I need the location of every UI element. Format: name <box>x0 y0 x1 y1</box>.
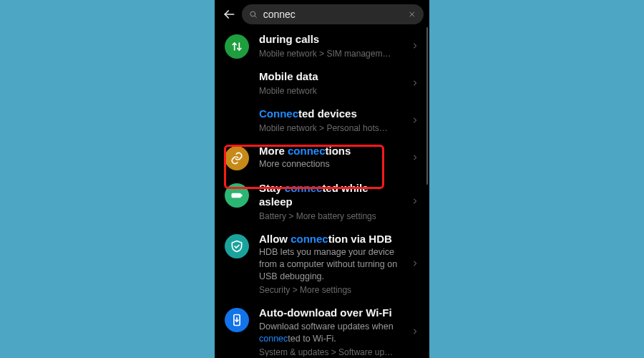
data-transfer-icon <box>225 34 249 59</box>
search-bar <box>215 0 429 27</box>
result-title: during calls <box>259 33 401 47</box>
result-allow-hdb[interactable]: Allow connection via HDBHDB lets you man… <box>215 227 429 301</box>
result-title: More connections <box>259 145 401 158</box>
back-arrow-icon <box>222 7 236 21</box>
battery-icon <box>225 183 249 208</box>
icon-column <box>223 145 250 170</box>
text-column: Auto-download over Wi-FiDownload softwar… <box>259 306 401 357</box>
result-stay-connected[interactable]: Stay connected while asleepBattery > Mor… <box>215 176 429 227</box>
result-during-calls[interactable]: during callsMobile network > SIM managem… <box>215 27 429 64</box>
result-path: Mobile network <box>259 86 401 96</box>
result-auto-download-wifi[interactable]: Auto-download over Wi-FiDownload softwar… <box>215 301 429 357</box>
result-path: Mobile network > Personal hots… <box>259 123 401 133</box>
phone-frame: during callsMobile network > SIM managem… <box>215 0 429 358</box>
chevron-right-icon <box>409 196 421 206</box>
result-title: Allow connection via HDB <box>259 233 401 246</box>
search-icon <box>249 9 258 19</box>
phone-download-icon <box>225 308 249 332</box>
icon-column <box>223 33 250 59</box>
result-path: Security > More settings <box>259 285 401 295</box>
results-list: during callsMobile network > SIM managem… <box>215 27 429 357</box>
result-path: Battery > More battery settings <box>259 211 401 221</box>
result-title: Mobile data <box>259 70 401 84</box>
svg-rect-8 <box>241 194 243 196</box>
result-more-connections[interactable]: More connectionsMore connections <box>215 139 429 177</box>
text-column: during callsMobile network > SIM managem… <box>259 33 401 59</box>
icon-column <box>223 306 250 332</box>
chevron-right-icon <box>409 326 421 337</box>
link-icon <box>225 146 249 170</box>
search-field[interactable] <box>242 4 424 24</box>
chevron-right-icon <box>409 115 421 125</box>
search-input[interactable] <box>263 9 403 20</box>
chevron-right-icon <box>409 78 421 88</box>
result-mobile-data[interactable]: Mobile dataMobile network <box>215 64 429 102</box>
chevron-right-icon <box>409 258 421 268</box>
result-path: System & updates > Software up… <box>259 347 401 357</box>
text-column: More connectionsMore connections <box>259 145 401 171</box>
result-title: Stay connected while asleep <box>259 182 401 209</box>
result-connected-devices[interactable]: Connected devicesMobile network > Person… <box>215 102 429 139</box>
icon-column <box>223 233 250 258</box>
back-button[interactable] <box>220 6 238 23</box>
text-column: Connected devicesMobile network > Person… <box>259 107 401 133</box>
result-path: Mobile network > SIM managem… <box>259 49 401 59</box>
result-description: HDB lets you manage your device from a c… <box>259 246 401 283</box>
text-column: Allow connection via HDBHDB lets you man… <box>259 233 401 295</box>
svg-line-2 <box>255 16 256 17</box>
result-title: Connected devices <box>259 107 401 121</box>
chevron-right-icon <box>409 41 421 51</box>
shield-check-icon <box>225 234 249 258</box>
text-column: Stay connected while asleepBattery > Mor… <box>259 182 401 221</box>
result-title: Auto-download over Wi-Fi <box>259 306 401 320</box>
clear-icon[interactable] <box>408 9 416 19</box>
result-description: More connections <box>259 158 401 170</box>
chevron-right-icon <box>409 153 421 163</box>
text-column: Mobile dataMobile network <box>259 70 401 96</box>
icon-column <box>223 182 250 208</box>
result-description: Download software updates when connected… <box>259 321 401 345</box>
svg-rect-7 <box>232 193 241 198</box>
